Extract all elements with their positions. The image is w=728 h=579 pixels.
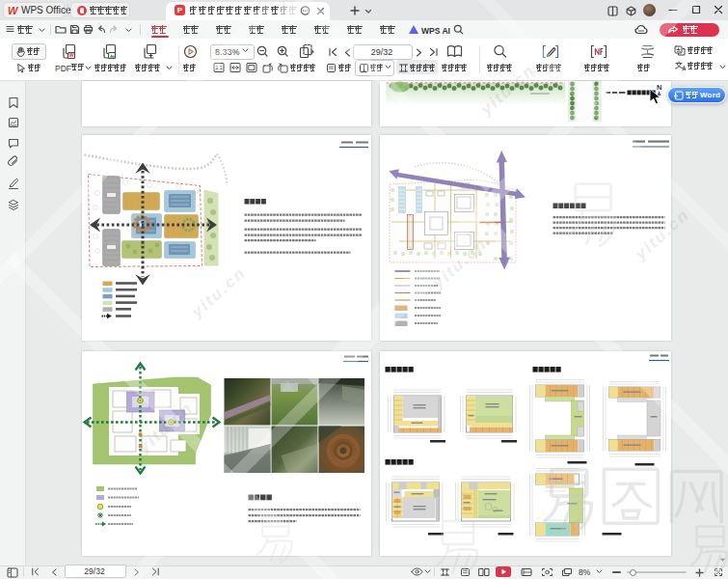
- svg-text:W: W: [68, 52, 74, 58]
- svg-text:1:1: 1:1: [215, 65, 223, 70]
